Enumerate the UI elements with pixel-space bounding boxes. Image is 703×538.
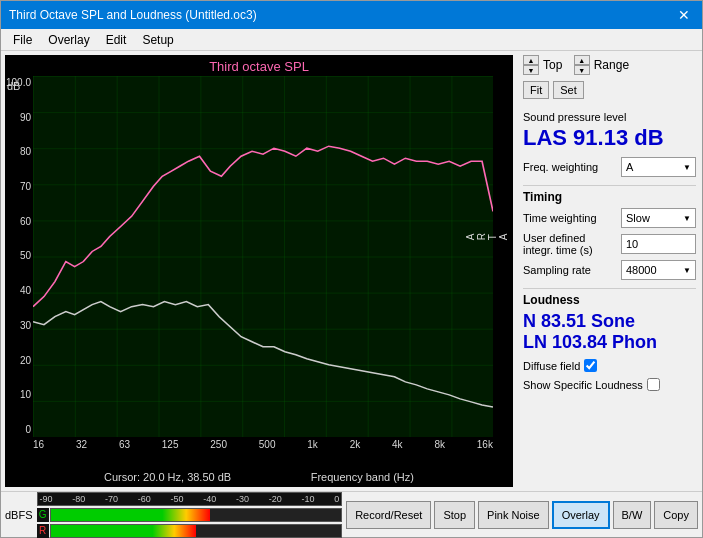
x-label-8k: 8k <box>434 439 445 450</box>
meter-scale: -90 -80 -70 -60 -50 -40 -30 -20 -10 0 <box>37 492 343 506</box>
cursor-text: Cursor: 20.0 Hz, 38.50 dB <box>104 471 231 483</box>
menu-overlay[interactable]: Overlay <box>40 31 97 48</box>
meter-fill-g <box>51 509 211 521</box>
spl-section: Sound pressure level LAS 91.13 dB <box>523 111 696 153</box>
loudness-title: Loudness <box>523 293 696 307</box>
diffuse-field-label: Diffuse field <box>523 360 580 372</box>
x-label-2k: 2k <box>350 439 361 450</box>
tick-50: -50 <box>170 494 183 504</box>
top-spin-down[interactable]: ▼ <box>523 65 539 75</box>
cursor-info: Cursor: 20.0 Hz, 38.50 dB Frequency band… <box>5 469 513 487</box>
range-label: Range <box>594 58 629 72</box>
chart-svg <box>33 76 493 437</box>
meter-bar-row-g: G <box>37 508 343 522</box>
tick-70: -70 <box>105 494 118 504</box>
time-weighting-dropdown[interactable]: Slow ▼ <box>621 208 696 228</box>
top-spinner[interactable]: ▲ ▼ <box>523 55 539 75</box>
y-axis: 100.0 90 80 70 60 50 40 30 20 10 0 <box>5 76 33 437</box>
top-spin-up[interactable]: ▲ <box>523 55 539 65</box>
copy-button[interactable]: Copy <box>654 501 698 529</box>
meter-fill-r <box>51 525 196 537</box>
overlay-button[interactable]: Overlay <box>552 501 610 529</box>
x-label-500: 500 <box>259 439 276 450</box>
freq-weighting-row: Freq. weighting A ▼ <box>523 157 696 177</box>
freq-weighting-label: Freq. weighting <box>523 161 598 173</box>
y-label-10: 10 <box>20 390 31 400</box>
x-label-1k: 1k <box>307 439 318 450</box>
loudness-value2: LN 103.84 Phon <box>523 332 696 353</box>
tick-10: -10 <box>301 494 314 504</box>
main-content: Third octave SPL dB 100.0 90 80 70 60 50… <box>1 51 702 491</box>
stop-button[interactable]: Stop <box>434 501 475 529</box>
show-specific-row: Show Specific Loudness <box>523 378 696 391</box>
spl-value: LAS 91.13 dB <box>523 125 696 151</box>
menu-file[interactable]: File <box>5 31 40 48</box>
timing-title: Timing <box>523 190 696 204</box>
time-weighting-value: Slow <box>626 212 650 224</box>
bottom-bar: dBFS -90 -80 -70 -60 -50 -40 -30 -20 -10… <box>1 491 702 537</box>
set-button[interactable]: Set <box>553 81 584 99</box>
right-panel: ▲ ▼ Top ▲ ▼ Range Fit Set Sound pressure… <box>517 51 702 491</box>
time-weighting-row: Time weighting Slow ▼ <box>523 208 696 228</box>
y-label-100: 100.0 <box>6 78 31 88</box>
show-specific-checkbox[interactable] <box>647 378 660 391</box>
bw-button[interactable]: B/W <box>613 501 652 529</box>
y-label-30: 30 <box>20 321 31 331</box>
freq-weighting-arrow: ▼ <box>683 163 691 172</box>
y-label-20: 20 <box>20 356 31 366</box>
freq-band-text: Frequency band (Hz) <box>311 471 414 483</box>
level-meter: -90 -80 -70 -60 -50 -40 -30 -20 -10 0 G … <box>37 492 343 538</box>
freq-weighting-dropdown[interactable]: A ▼ <box>621 157 696 177</box>
sampling-rate-value: 48000 <box>626 264 657 276</box>
menu-bar: File Overlay Edit Setup <box>1 29 702 51</box>
top-label: Top <box>543 58 562 72</box>
y-label-40: 40 <box>20 286 31 296</box>
time-weighting-label: Time weighting <box>523 212 597 224</box>
meter-bar-g <box>50 508 343 522</box>
top-controls: ▲ ▼ Top ▲ ▼ Range <box>523 55 696 75</box>
meter-bar-r <box>50 524 343 538</box>
arta-label: ARTA <box>465 233 509 240</box>
tick-0: 0 <box>334 494 339 504</box>
bottom-buttons: Record/Reset Stop Pink Noise Overlay B/W… <box>346 501 698 529</box>
title-bar: Third Octave SPL and Loudness (Untitled.… <box>1 1 702 29</box>
pink-noise-button[interactable]: Pink Noise <box>478 501 549 529</box>
close-button[interactable]: ✕ <box>674 7 694 23</box>
tick-80: -80 <box>72 494 85 504</box>
diffuse-field-checkbox[interactable] <box>584 359 597 372</box>
loudness-section: Loudness N 83.51 Sone LN 103.84 Phon <box>523 288 696 353</box>
y-label-90: 90 <box>20 113 31 123</box>
y-label-70: 70 <box>20 182 31 192</box>
show-specific-label: Show Specific Loudness <box>523 379 643 391</box>
x-label-16: 16 <box>33 439 44 450</box>
chart-area: dB 100.0 90 80 70 60 50 40 30 20 10 0 <box>5 76 513 469</box>
record-reset-button[interactable]: Record/Reset <box>346 501 431 529</box>
menu-edit[interactable]: Edit <box>98 31 135 48</box>
x-axis: 16 32 63 125 250 500 1k 2k 4k 8k 16k <box>33 437 493 469</box>
x-label-63: 63 <box>119 439 130 450</box>
chart-container: Third octave SPL dB 100.0 90 80 70 60 50… <box>5 55 513 487</box>
main-window: Third Octave SPL and Loudness (Untitled.… <box>0 0 703 538</box>
menu-setup[interactable]: Setup <box>134 31 181 48</box>
range-spinner[interactable]: ▲ ▼ <box>574 55 590 75</box>
sampling-rate-row: Sampling rate 48000 ▼ <box>523 260 696 280</box>
window-title: Third Octave SPL and Loudness (Untitled.… <box>9 8 257 22</box>
fit-button[interactable]: Fit <box>523 81 549 99</box>
user-integr-input[interactable] <box>621 234 696 254</box>
range-spin-up[interactable]: ▲ <box>574 55 590 65</box>
meter-bar-row-r: R <box>37 524 343 538</box>
user-integr-label: User definedintegr. time (s) <box>523 232 593 256</box>
chart-canvas <box>33 76 493 437</box>
channel-r-label: R <box>37 524 49 538</box>
sampling-rate-dropdown[interactable]: 48000 ▼ <box>621 260 696 280</box>
freq-weighting-value: A <box>626 161 633 173</box>
y-label-60: 60 <box>20 217 31 227</box>
range-spin-down[interactable]: ▼ <box>574 65 590 75</box>
x-label-125: 125 <box>162 439 179 450</box>
tick-20: -20 <box>269 494 282 504</box>
channel-g-label: G <box>37 508 49 522</box>
sampling-rate-label: Sampling rate <box>523 264 591 276</box>
y-label-80: 80 <box>20 147 31 157</box>
x-label-16k: 16k <box>477 439 493 450</box>
loudness-value1: N 83.51 Sone <box>523 311 696 332</box>
